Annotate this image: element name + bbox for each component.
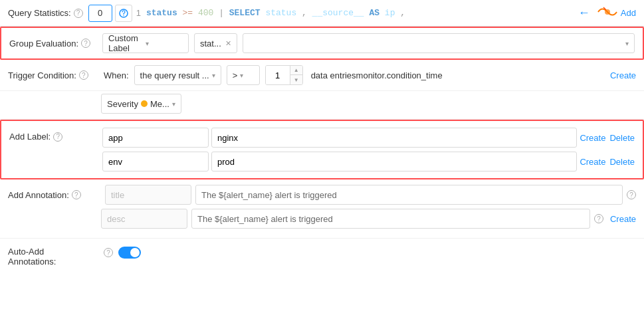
trigger-help-icon[interactable]: ? [79,70,88,80]
add-label-text: Add Label: [9,132,51,142]
auto-add-line2: Annotations: [8,257,101,267]
group-eval-label: Group Evaluation: ? [9,39,102,49]
query-count-value: 0 [98,8,102,18]
trigger-section: Trigger Condition: ? When: the query res… [0,60,644,120]
auto-add-toggle[interactable] [118,247,141,259]
auto-add-line1: Auto-Add [8,247,101,257]
annotation-create-link[interactable]: Create [610,214,636,224]
severity-label: Severity [107,99,138,109]
annotation-help-icon[interactable]: ? [72,190,81,199]
nav-back-btn[interactable]: ← [576,5,593,22]
wide-select-chevron: ▾ [625,40,629,47]
auto-add-row: Auto-Add Annotations: ? [0,239,644,273]
turbosql-icon [597,5,618,21]
query-result-select[interactable]: the query result ... ▾ [134,65,221,85]
create-delete-1: Create Delete [580,133,635,143]
create-delete-2: Create Delete [580,157,635,167]
spinner-arrows: ▲ ▼ [290,65,302,85]
group-eval-help-icon[interactable]: ? [81,39,90,48]
annotation-row-2: ? Create [8,209,636,229]
label-create-link-1[interactable]: Create [580,133,605,143]
auto-add-toggle-wrap: ? [104,245,141,259]
label-input-row-1: Create Delete [102,128,635,148]
ann-row2-help-icon[interactable]: ? [594,214,603,223]
data-entries-text: data entriesmonitor.condition_time [311,70,443,80]
query-stats-row: Query Statistics: ? 0 1 status >= 400 | … [0,0,644,27]
ann-row1-help-icon[interactable]: ? [627,190,636,199]
ann-value-input-2[interactable] [191,209,590,229]
custom-label-text: Custom Label [108,33,146,53]
add-label-help-icon[interactable]: ? [53,132,62,142]
label-value-input-1[interactable] [211,128,577,148]
ann-key-input-2[interactable] [101,209,187,229]
group-eval-row: Group Evaluation: ? Custom Label ▾ stat.… [0,27,644,60]
label-value-input-2[interactable] [211,152,577,171]
value-input[interactable] [266,66,290,84]
label-key-input-2[interactable] [102,152,209,171]
custom-label-chevron: ▾ [146,40,183,47]
label-delete-link-2[interactable]: Delete [609,157,635,167]
operator-text: > [233,70,238,80]
group-wide-select[interactable]: ▾ [243,33,635,53]
group-eval-text: Group Evaluation: [9,39,78,49]
stat-tag-close-icon[interactable]: ✕ [225,39,231,48]
spinner-down-btn[interactable]: ▼ [290,75,302,85]
trigger-condition-label: Trigger Condition: ? [8,70,101,80]
query-result-text: the query result ... [140,70,209,80]
annotation-label-col: Add Annotation: ? [8,190,101,200]
severity-row: Severity Me... ▾ [0,91,644,119]
label-delete-link-1[interactable]: Delete [609,133,635,143]
auto-add-label: Auto-Add Annotations: [8,245,101,267]
add-label-row: Add Label: ? Create Delete Create Delete [9,128,635,171]
add-label-title: Add Label: ? [9,128,102,142]
query-stats-help-icon[interactable]: ? [74,9,83,18]
severity-chevron: ▾ [172,100,175,108]
query-stats-label: Query Statistics: ? [8,8,83,18]
trigger-create-link[interactable]: Create [610,70,636,80]
ann-key-input-1[interactable] [105,185,191,205]
query-count-box: 0 [88,5,112,22]
trigger-text: Trigger Condition: [8,70,76,80]
custom-label-select[interactable]: Custom Label ▾ [102,33,189,53]
query-add-link[interactable]: Add [621,8,636,18]
label-create-link-2[interactable]: Create [580,157,605,167]
query-icon-btn[interactable] [115,5,132,22]
query-code: status >= 400 | SELECT status , __source… [146,8,576,18]
when-label: When: [104,70,129,80]
auto-add-help-icon[interactable]: ? [104,248,113,257]
value-spinner[interactable]: ▲ ▼ [265,65,303,85]
add-annotation-section: Add Annotation: ? ? ? Create [0,179,644,239]
toggle-slider [118,247,141,259]
trigger-condition-row: Trigger Condition: ? When: the query res… [0,60,644,91]
label-key-input-1[interactable] [102,128,209,148]
stat-tag-text: stat... [200,39,221,49]
query-line-number: 1 [136,8,141,18]
spinner-up-btn[interactable]: ▲ [290,65,302,75]
svg-point-1 [123,15,124,15]
operator-chevron: ▾ [240,72,243,79]
stat-tag[interactable]: stat... ✕ [194,33,237,53]
severity-dot-icon [141,100,148,107]
query-result-chevron: ▾ [212,72,215,79]
severity-value: Me... [150,99,169,109]
annotation-row-1: Add Annotation: ? ? [8,185,636,205]
add-label-section: Add Label: ? Create Delete Create Delete [0,120,644,179]
label-input-row-2: Create Delete [102,152,635,171]
operator-select[interactable]: > ▾ [227,65,260,85]
ann-value-input-1[interactable] [195,185,623,205]
query-stats-text: Query Statistics: [8,8,71,18]
label-inputs: Create Delete Create Delete [102,128,635,171]
annotation-label-text: Add Annotation: [8,190,69,200]
severity-select[interactable]: Severity Me... ▾ [101,94,181,114]
